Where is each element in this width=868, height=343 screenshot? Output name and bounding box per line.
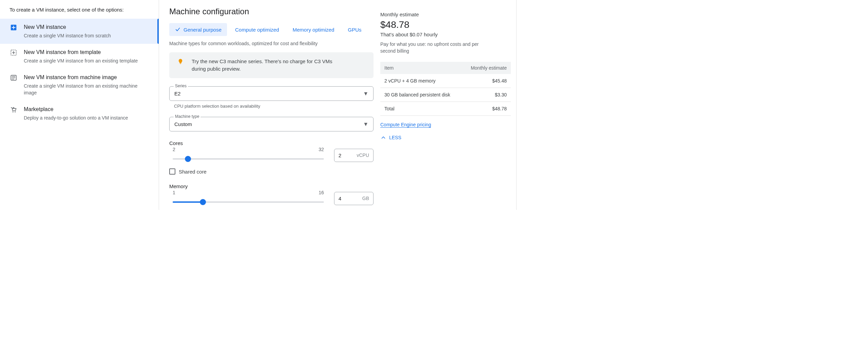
cores-slider[interactable]: 2 32 [169,147,327,163]
chevron-up-icon [380,134,386,141]
memory-label: Memory [169,183,374,189]
cores-min: 2 [173,147,175,152]
estimate-hourly: That's about $0.07 hourly [380,32,511,37]
series-select[interactable]: Series E2 ▼ [169,86,374,101]
cores-input[interactable]: 2 vCPU [334,149,374,162]
compute-engine-pricing-link[interactable]: Compute Engine pricing [380,122,431,128]
memory-slider-thumb[interactable] [200,199,206,205]
cores-value: 2 [338,152,341,158]
memory-max: 16 [318,190,324,195]
sidebar-item-title: New VM instance from machine image [24,74,146,81]
tab-memory-optimized[interactable]: Memory optimized [287,23,340,36]
create-vm-sidebar: To create a VM instance, select one of t… [0,0,159,210]
sidebar-item-desc: Create a single VM instance from scratch [24,32,111,39]
machine-type-select[interactable]: Machine type Custom ▼ [169,117,374,131]
sidebar-item-desc: Create a single VM instance from an exis… [24,57,138,64]
cores-label: Cores [169,140,374,146]
tab-compute-optimized[interactable]: Compute optimized [230,23,284,36]
machine-family-tabs: General purpose Compute optimized Memory… [169,23,374,36]
tab-label: General purpose [184,27,222,33]
shared-core-label: Shared core [179,169,207,175]
estimate-heading: Monthly estimate [380,12,511,17]
memory-value: 4 [338,196,341,201]
estimate-cost: $3.30 [462,88,511,102]
estimate-note: Pay for what you use: no upfront costs a… [380,41,489,54]
monthly-estimate-panel: Monthly estimate $48.78 That's about $0.… [380,5,516,210]
template-box-icon [10,49,18,57]
sidebar-item-desc: Deploy a ready-to-go solution onto a VM … [24,114,128,121]
table-row: 30 GB balanced persistent disk $3.30 [380,88,511,102]
estimate-cost: $48.78 [462,102,511,116]
estimate-breakdown-table: Item Monthly estimate 2 vCPU + 4 GB memo… [380,62,511,116]
sidebar-item-marketplace[interactable]: Marketplace Deploy a ready-to-go solutio… [0,101,159,126]
shared-core-checkbox[interactable] [169,168,175,175]
tab-gpus[interactable]: GPUs [343,23,367,36]
check-icon [175,26,181,33]
tab-general-purpose[interactable]: General purpose [169,23,227,36]
sidebar-item-desc: Create a single VM instance from an exis… [24,83,146,96]
memory-unit: GB [362,196,369,201]
estimate-item: Total [380,102,462,116]
svg-point-3 [13,111,14,112]
sidebar-item-machine-image[interactable]: New VM instance from machine image Creat… [0,69,159,101]
table-row: Total $48.78 [380,102,511,116]
tab-label: Compute optimized [235,27,279,33]
lightbulb-icon [177,58,184,66]
cores-slider-thumb[interactable] [185,156,191,162]
sidebar-intro: To create a VM instance, select one of t… [0,7,159,19]
tab-label: GPUs [348,27,362,33]
estimate-price: $48.78 [380,19,511,30]
estimate-cost: $45.48 [462,74,511,88]
sidebar-item-title: New VM instance from template [24,49,138,56]
memory-input[interactable]: 4 GB [334,192,374,205]
estimate-item: 30 GB balanced persistent disk [380,88,462,102]
sidebar-item-title: New VM instance [24,23,111,31]
svg-rect-5 [180,64,181,64]
sidebar-item-new-vm[interactable]: New VM instance Create a single VM insta… [0,19,159,44]
estimate-item: 2 vCPU + 4 GB memory [380,74,462,88]
machine-type-label: Machine type [174,114,201,119]
sidebar-item-title: Marketplace [24,106,128,113]
plus-box-icon [10,23,18,32]
memory-min: 1 [173,190,175,195]
c3-tip-banner: Try the new C3 machine series. There's n… [169,52,374,78]
page-title: Machine configuration [169,7,374,16]
tip-text: Try the new C3 machine series. There's n… [192,58,338,73]
series-value: E2 [170,87,373,101]
estimate-col-item: Item [380,62,462,74]
cart-icon [10,106,18,114]
estimate-col-cost: Monthly estimate [462,62,511,74]
machine-type-value: Custom [170,117,373,131]
machine-config-panel: Machine configuration General purpose Co… [169,5,380,210]
cores-unit: vCPU [357,152,369,158]
tab-label: Memory optimized [293,27,334,33]
machine-image-icon [10,74,18,82]
cores-max: 32 [318,147,324,152]
series-label: Series [174,84,188,88]
estimate-less-toggle[interactable]: LESS [380,134,511,141]
tab-description: Machine types for common workloads, opti… [169,41,374,46]
less-toggle-label: LESS [389,135,401,140]
sidebar-item-template[interactable]: New VM instance from template Create a s… [0,44,159,69]
table-row: 2 vCPU + 4 GB memory $45.48 [380,74,511,88]
svg-point-4 [15,111,16,112]
memory-slider[interactable]: 1 16 [169,191,327,206]
series-helper: CPU platform selection based on availabi… [174,104,374,109]
